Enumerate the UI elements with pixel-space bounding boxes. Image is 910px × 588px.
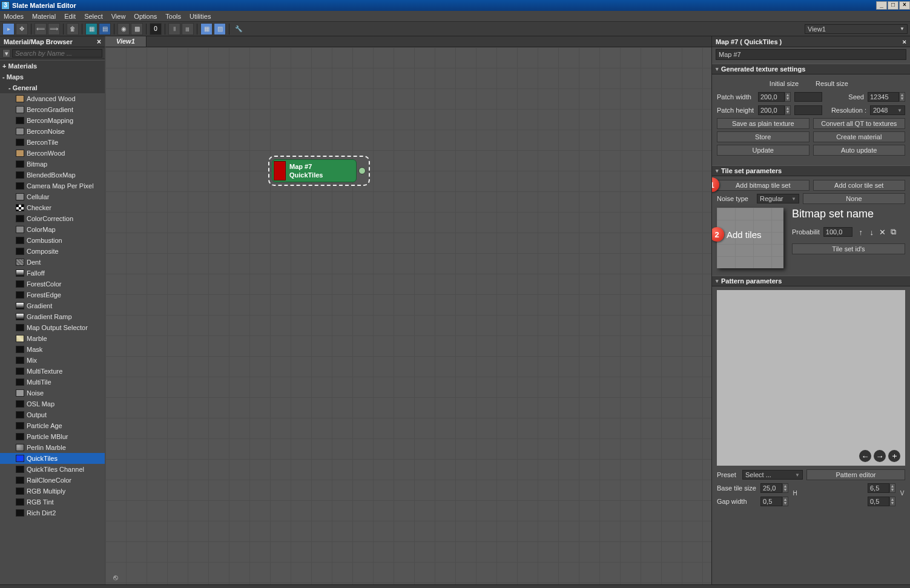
pattern-editor-button[interactable]: Pattern editor [806, 469, 905, 480]
delete-set-icon[interactable]: ✕ [878, 227, 888, 237]
map-item-gradient-ramp[interactable]: Gradient Ramp [0, 311, 105, 322]
map-item-bercongradient[interactable]: BerconGradient [0, 104, 105, 115]
pointer-tool-icon[interactable]: ▸ [2, 23, 15, 35]
move-children-icon[interactable]: ▦ [85, 23, 97, 35]
search-input[interactable] [12, 49, 102, 58]
map-item-colorcorrection[interactable]: ColorCorrection [0, 213, 105, 224]
map-item-marble[interactable]: Marble [0, 333, 105, 344]
map-item-rgb-multiply[interactable]: RGB Multiply [0, 486, 105, 497]
pick-tool-icon[interactable]: ✥ [16, 23, 28, 35]
menu-utilities[interactable]: Utilities [190, 13, 211, 20]
general-group[interactable]: - General [0, 82, 105, 93]
map-item-dent[interactable]: Dent [0, 257, 105, 268]
resolution-dropdown[interactable]: 2048▼ [870, 105, 905, 115]
pattern-next-icon[interactable]: → [874, 450, 886, 462]
map-item-advanced-wood[interactable]: Advanced Wood [0, 93, 105, 104]
map-item-rgb-tint[interactable]: RGB Tint [0, 497, 105, 507]
viewport-tab[interactable]: View1 [105, 36, 147, 47]
map-item-quicktiles[interactable]: QuickTiles [0, 453, 105, 464]
map-item-bitmap[interactable]: Bitmap [0, 159, 105, 170]
copy-set-icon[interactable]: ⧉ [889, 227, 898, 237]
preview-icon[interactable]: 🔧 [232, 23, 245, 35]
menu-material[interactable]: Material [32, 13, 56, 20]
delete-icon[interactable]: 🗑 [67, 23, 79, 35]
convert-all-button[interactable]: Convert all QT to textures [813, 118, 906, 129]
add-tiles-label[interactable]: Add tiles [727, 230, 762, 240]
map-item-particle-mblur[interactable]: Particle MBlur [0, 431, 105, 442]
materials-group[interactable]: + Materials [0, 61, 105, 71]
maps-group[interactable]: - Maps [0, 71, 105, 82]
panel-close-icon[interactable]: × [903, 38, 906, 45]
hide-unused-icon[interactable]: ▤ [99, 23, 111, 35]
map-item-berconmapping[interactable]: BerconMapping [0, 115, 105, 126]
update-button[interactable]: Update [717, 145, 809, 156]
rollout-pattern[interactable]: Pattern parameters [712, 276, 910, 286]
pattern-prev-icon[interactable]: ← [859, 450, 871, 462]
map-item-mix[interactable]: Mix [0, 355, 105, 366]
map-item-multitile[interactable]: MultiTile [0, 377, 105, 388]
close-button[interactable]: × [899, 1, 910, 10]
seed-spinner[interactable]: ▲▼ [868, 92, 905, 102]
search-options-icon[interactable]: ▾ [2, 49, 10, 58]
gap-h-spinner[interactable]: ▲▼ [868, 497, 895, 506]
patch-width-spinner[interactable]: ▲▼ [758, 92, 791, 102]
show-map-icon[interactable]: ◉ [117, 23, 130, 35]
layout-all-icon[interactable]: ⫴ [168, 23, 180, 35]
auto-update-button[interactable]: Auto update [813, 145, 906, 156]
map-item-bercontile[interactable]: BerconTile [0, 137, 105, 148]
map-item-osl-map[interactable]: OSL Map [0, 398, 105, 409]
show-bg-icon[interactable]: ▩ [131, 23, 143, 35]
rollout-tile-set[interactable]: Tile set parameters [712, 165, 910, 176]
map-item-railclonecolor[interactable]: RailCloneColor [0, 475, 105, 486]
map-item-berconnoise[interactable]: BerconNoise [0, 126, 105, 137]
menu-options[interactable]: Options [134, 13, 157, 20]
none-button[interactable]: None [803, 193, 905, 204]
tile-set-ids-button[interactable]: Tile set id's [792, 243, 905, 254]
map-item-perlin-marble[interactable]: Perlin Marble [0, 442, 105, 453]
base-tile-w-spinner[interactable]: ▲▼ [760, 483, 788, 493]
back-icon[interactable]: ⟸ [35, 23, 47, 35]
map-item-colormap[interactable]: ColorMap [0, 224, 105, 235]
map-item-checker[interactable]: Checker [0, 202, 105, 213]
map-item-combustion[interactable]: Combustion [0, 235, 105, 246]
minimize-button[interactable]: _ [876, 1, 887, 10]
map-item-output[interactable]: Output [0, 409, 105, 420]
map-item-forestedge[interactable]: ForestEdge [0, 289, 105, 300]
view-select[interactable]: View1 ▼ [805, 24, 908, 34]
pattern-add-icon[interactable]: ＋ [888, 450, 900, 462]
gap-w-spinner[interactable]: ▲▼ [760, 497, 788, 506]
menu-view[interactable]: View [111, 13, 126, 20]
map-item-quicktiles-channel[interactable]: QuickTiles Channel [0, 464, 105, 475]
add-color-set-button[interactable]: Add color tile set [813, 180, 906, 191]
probability-spinner[interactable] [823, 227, 852, 237]
map-item-multitexture[interactable]: MultiTexture [0, 366, 105, 377]
map-item-particle-age[interactable]: Particle Age [0, 420, 105, 431]
map-item-mask[interactable]: Mask [0, 344, 105, 355]
noise-type-dropdown[interactable]: Regular▼ [757, 194, 799, 203]
map-item-map-output-selector[interactable]: Map Output Selector [0, 322, 105, 333]
patch-height-spinner[interactable]: ▲▼ [758, 105, 791, 115]
grid-snap-icon[interactable]: ▦ [200, 23, 213, 35]
store-button[interactable]: Store [717, 131, 809, 142]
map-item-gradient[interactable]: Gradient [0, 300, 105, 311]
save-plain-button[interactable]: Save as plain texture [717, 118, 809, 129]
map-item-forestcolor[interactable]: ForestColor [0, 279, 105, 289]
maximize-button[interactable]: □ [888, 1, 898, 10]
rollout-generated-texture[interactable]: Generated texture settings [712, 64, 910, 74]
map-item-berconwood[interactable]: BerconWood [0, 148, 105, 159]
auto-update-icon[interactable]: ▨ [214, 23, 226, 35]
create-material-button[interactable]: Create material [813, 131, 906, 142]
menu-edit[interactable]: Edit [64, 13, 76, 20]
menu-select[interactable]: Select [84, 13, 103, 20]
preset-dropdown[interactable]: Select ...▼ [742, 470, 803, 480]
add-bitmap-set-button[interactable]: Add bitmap tile set [717, 180, 809, 191]
node-input-slot[interactable] [274, 161, 286, 180]
map-item-blendedboxmap[interactable]: BlendedBoxMap [0, 170, 105, 180]
browser-tree[interactable]: + Materials - Maps - General Advanced Wo… [0, 59, 105, 588]
node-map7[interactable]: Map #7 QuickTiles [272, 159, 357, 182]
menu-modes[interactable]: Modes [4, 13, 24, 20]
move-up-icon[interactable]: ↑ [856, 227, 866, 237]
map-item-composite[interactable]: Composite [0, 246, 105, 257]
move-down-icon[interactable]: ↓ [867, 227, 877, 237]
base-tile-h-spinner[interactable]: ▲▼ [868, 483, 895, 493]
